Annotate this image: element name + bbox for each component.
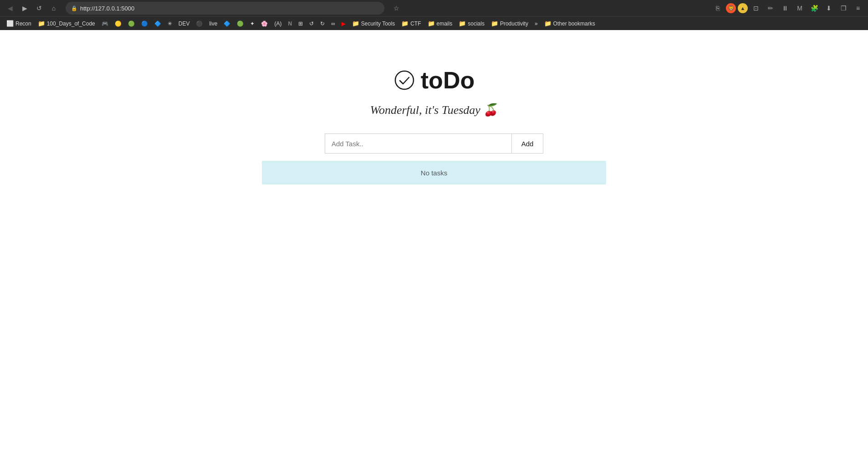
- bookmark-icon-11-img: (A): [274, 20, 281, 27]
- bookmark-ctf-label: CTF: [410, 20, 421, 27]
- more-bookmarks-icon: »: [535, 20, 538, 27]
- url-display: http://127.0.0.1:5000: [80, 5, 379, 12]
- bookmark-live[interactable]: live: [206, 20, 220, 28]
- bookmark-icon-16[interactable]: ∞: [328, 20, 338, 28]
- title-bar: ◀ ▶ ↺ ⌂ 🔒 http://127.0.0.1:5000 ☆ ⎘ 🦁 ▲ …: [0, 0, 868, 16]
- bookmark-icon-1-img: 🎮: [102, 20, 108, 27]
- add-task-button[interactable]: Add: [511, 133, 543, 154]
- folder-icon-100days: 📁: [38, 20, 45, 27]
- bookmark-icon-9[interactable]: ✦: [247, 20, 257, 28]
- main-content: toDo Wonderful, it's Tuesday 🍒 Add No ta…: [0, 30, 868, 456]
- bookmark-icon-9-img: ✦: [250, 20, 255, 27]
- home-button[interactable]: ⌂: [47, 2, 60, 15]
- bookmark-star-button[interactable]: ☆: [390, 2, 403, 15]
- bookmark-icon-10[interactable]: 🌸: [258, 20, 271, 28]
- folder-icon-ctf: 📁: [401, 20, 408, 27]
- bookmark-emails[interactable]: 📁 emails: [425, 19, 455, 28]
- bookmark-icon-5-img: 🔷: [154, 20, 161, 27]
- folder-icon-emails: 📁: [428, 20, 435, 27]
- youtube-icon: ▶: [342, 20, 346, 27]
- bookmark-dev-label: DEV: [179, 20, 190, 27]
- app-title-text: toDo: [421, 67, 475, 94]
- share-button[interactable]: ⎘: [711, 2, 724, 15]
- svg-point-0: [395, 71, 414, 89]
- bookmark-emails-label: emails: [437, 20, 453, 27]
- bookmark-youtube[interactable]: ▶: [339, 20, 348, 28]
- pause-button[interactable]: ⏸: [779, 2, 791, 15]
- bookmark-live-label: live: [209, 20, 217, 27]
- bookmark-productivity-label: Productivity: [500, 20, 528, 27]
- bookmark-other-label: Other bookmarks: [553, 20, 595, 27]
- bookmark-dev[interactable]: DEV: [176, 20, 193, 28]
- folder-icon-productivity: 📁: [491, 20, 498, 27]
- reload-button[interactable]: ↺: [33, 2, 46, 15]
- app-title-container: toDo: [393, 67, 475, 94]
- bookmark-icon-4[interactable]: 🔵: [138, 20, 151, 28]
- screenshot-button[interactable]: ⊡: [750, 2, 762, 15]
- bookmark-icon-2-img: 🟡: [115, 20, 122, 27]
- browser-chrome: ◀ ▶ ↺ ⌂ 🔒 http://127.0.0.1:5000 ☆ ⎘ 🦁 ▲ …: [0, 0, 868, 30]
- bookmark-icon-6[interactable]: ✳: [165, 20, 175, 28]
- bookmark-100days[interactable]: 📁 100_Days_of_Code: [35, 19, 98, 28]
- no-tasks-label: No tasks: [421, 169, 447, 177]
- task-input-row: Add: [325, 133, 543, 154]
- pen-button[interactable]: ✏: [764, 2, 777, 15]
- no-tasks-banner: No tasks: [262, 161, 606, 184]
- github-icon: ⚫: [196, 20, 203, 27]
- bookmark-icon-13-img: ⊞: [298, 20, 303, 27]
- download-button[interactable]: ⬇: [822, 2, 835, 15]
- bookmark-icon-14[interactable]: ↺: [306, 20, 317, 28]
- window-button[interactable]: ❐: [837, 2, 850, 15]
- bookmark-icon-4-img: 🔵: [141, 20, 148, 27]
- bookmark-icon-12[interactable]: N: [285, 20, 295, 28]
- extensions-button[interactable]: 🧩: [808, 2, 821, 15]
- bookmark-security-tools[interactable]: 📁 Security Tools: [349, 19, 398, 28]
- bookmark-icon-7-img: 🔷: [224, 20, 230, 27]
- bookmark-icon-13[interactable]: ⊞: [296, 20, 306, 28]
- bookmark-socials-label: socials: [468, 20, 485, 27]
- folder-icon-other: 📁: [544, 20, 551, 27]
- bookmark-socials[interactable]: 📁 socials: [456, 19, 487, 28]
- bookmark-icon-5[interactable]: 🔷: [152, 20, 164, 28]
- subtitle-emoji: 🍒: [483, 103, 498, 117]
- folder-icon-socials: 📁: [459, 20, 466, 27]
- mullvad-button[interactable]: M: [793, 2, 806, 15]
- bookmark-security-label: Security Tools: [361, 20, 395, 27]
- bookmark-icon-8[interactable]: 🟢: [234, 20, 246, 28]
- brave-alert-icon: ▲: [740, 5, 745, 11]
- brave-shield-button[interactable]: 🦁: [726, 3, 736, 13]
- bookmark-recon-label: Recon: [15, 20, 31, 27]
- brave-shield-icon: 🦁: [728, 5, 735, 11]
- back-button[interactable]: ◀: [4, 2, 16, 15]
- address-bar[interactable]: 🔒 http://127.0.0.1:5000: [66, 2, 384, 15]
- folder-icon-security: 📁: [352, 20, 359, 27]
- bookmark-icon-14-img: ↺: [309, 20, 314, 27]
- bookmark-icon-1[interactable]: 🎮: [99, 20, 111, 28]
- subtitle-text: Wonderful, it's Tuesday: [370, 103, 484, 117]
- bookmark-icon-3-img: 🟢: [128, 20, 135, 27]
- brave-alert-button[interactable]: ▲: [738, 3, 748, 13]
- bookmark-github[interactable]: ⚫: [193, 20, 205, 28]
- bookmark-icon-11[interactable]: (A): [271, 20, 284, 28]
- bookmark-productivity[interactable]: 📁 Productivity: [488, 19, 531, 28]
- forward-button[interactable]: ▶: [18, 2, 31, 15]
- app-subtitle: Wonderful, it's Tuesday 🍒: [370, 103, 498, 117]
- bookmark-icon-3[interactable]: 🟢: [125, 20, 138, 28]
- bookmark-ctf[interactable]: 📁 CTF: [398, 19, 424, 28]
- recon-icon: ⬜: [6, 20, 14, 27]
- bookmark-other[interactable]: 📁 Other bookmarks: [541, 19, 598, 28]
- bookmark-icon-15[interactable]: ↻: [317, 20, 327, 28]
- bookmark-icon-12-img: N: [288, 20, 292, 27]
- toolbar-right: ⎘ 🦁 ▲ ⊡ ✏ ⏸ M 🧩 ⬇ ❐ ≡: [711, 2, 864, 15]
- bookmark-icon-7[interactable]: 🔷: [221, 20, 233, 28]
- security-icon: 🔒: [71, 5, 77, 11]
- bookmark-icon-2[interactable]: 🟡: [112, 20, 124, 28]
- check-icon: [393, 69, 415, 91]
- bookmark-more[interactable]: »: [532, 20, 541, 28]
- bookmark-100days-label: 100_Days_of_Code: [47, 20, 95, 27]
- bookmark-icon-8-img: 🟢: [237, 20, 244, 27]
- task-input[interactable]: [325, 133, 511, 154]
- bookmark-recon[interactable]: ⬜ Recon: [4, 19, 34, 28]
- menu-button[interactable]: ≡: [852, 2, 864, 15]
- bookmark-icon-15-img: ↻: [320, 20, 325, 27]
